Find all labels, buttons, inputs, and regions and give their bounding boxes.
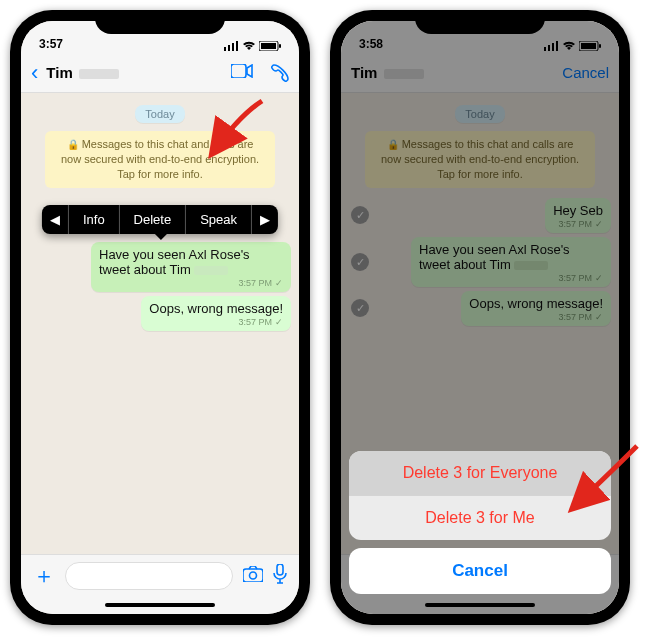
message-row: Oops, wrong message! 3:57 PM✓ — [29, 296, 291, 331]
redacted-box — [194, 266, 228, 275]
message-time: 3:57 PM — [238, 317, 272, 327]
contact-name[interactable]: Tim — [46, 64, 223, 81]
status-indicators — [224, 41, 281, 51]
read-ticks-icon: ✓ — [275, 317, 283, 327]
ctx-speak[interactable]: Speak — [186, 205, 252, 234]
back-button[interactable]: ‹ — [31, 62, 38, 84]
status-time: 3:57 — [39, 37, 63, 51]
svg-rect-3 — [236, 41, 238, 51]
lock-icon: 🔒 — [67, 139, 79, 150]
svg-rect-1 — [228, 45, 230, 51]
svg-rect-7 — [231, 64, 246, 78]
mic-icon[interactable] — [273, 564, 287, 588]
svg-rect-2 — [232, 43, 234, 51]
message-text: Oops, wrong message! — [149, 301, 283, 316]
annotation-arrow — [565, 440, 645, 520]
iphone-frame-right: 3:58 Tim Cancel Today 🔒 Messages to this… — [330, 10, 630, 625]
notch — [415, 10, 545, 34]
svg-rect-10 — [277, 564, 283, 575]
day-label: Today — [135, 105, 184, 123]
message-time: 3:57 PM — [238, 278, 272, 288]
audio-call-icon[interactable] — [271, 64, 289, 82]
read-ticks-icon: ✓ — [275, 278, 283, 288]
home-indicator — [21, 596, 299, 614]
ctx-delete[interactable]: Delete — [120, 205, 187, 234]
message-row: Have you seen Axl Rose's tweet about Tim… — [29, 242, 291, 292]
annotation-arrow — [200, 95, 270, 165]
message-bubble[interactable]: Have you seen Axl Rose's tweet about Tim… — [91, 242, 291, 292]
svg-rect-5 — [261, 43, 276, 49]
attach-button[interactable]: ＋ — [33, 561, 55, 591]
chat-header: ‹ Tim — [21, 53, 299, 93]
input-bar: ＋ — [21, 554, 299, 596]
signal-icon — [224, 41, 239, 51]
notch — [95, 10, 225, 34]
context-menu: ◀ Info Delete Speak ▶ — [42, 205, 278, 234]
message-input[interactable] — [65, 562, 233, 590]
wifi-icon — [242, 41, 256, 51]
ctx-prev-arrow[interactable]: ◀ — [42, 205, 69, 234]
svg-rect-0 — [224, 47, 226, 51]
svg-rect-6 — [279, 44, 281, 48]
screen-right: 3:58 Tim Cancel Today 🔒 Messages to this… — [341, 21, 619, 614]
message-bubble[interactable]: Oops, wrong message! 3:57 PM✓ — [141, 296, 291, 331]
svg-rect-8 — [243, 569, 263, 582]
svg-point-9 — [250, 572, 257, 579]
contact-name-text: Tim — [46, 64, 72, 81]
camera-icon[interactable] — [243, 566, 263, 586]
ctx-next-arrow[interactable]: ▶ — [252, 205, 278, 234]
video-call-icon[interactable] — [231, 64, 253, 82]
sheet-cancel-button[interactable]: Cancel — [349, 548, 611, 594]
battery-icon — [259, 41, 281, 51]
ctx-info[interactable]: Info — [69, 205, 120, 234]
redacted-box — [79, 69, 119, 79]
